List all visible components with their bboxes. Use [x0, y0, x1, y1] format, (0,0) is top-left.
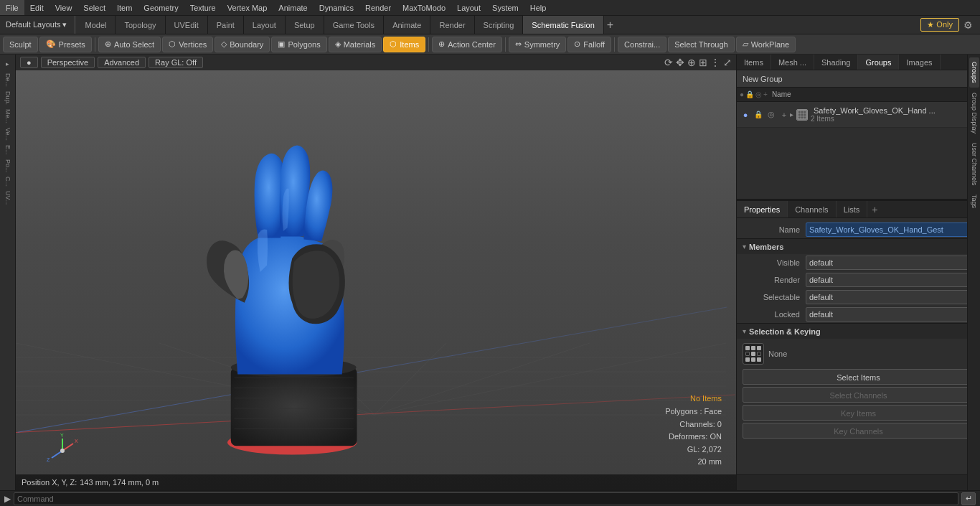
select-items-button[interactable]: Select Items: [743, 369, 974, 385]
left-tool-me[interactable]: Me...: [4, 108, 11, 125]
cmd-enter-button[interactable]: ↵: [961, 492, 976, 505]
vtab-tags[interactable]: Tags: [969, 190, 979, 212]
tab-paint[interactable]: Paint: [208, 16, 244, 34]
tab-animate[interactable]: Animate: [384, 16, 430, 34]
layout-dropdown[interactable]: Default Layouts ▾: [0, 20, 73, 29]
vtab-group-display[interactable]: Group Display: [969, 88, 979, 138]
add-layout-icon[interactable]: +: [604, 19, 616, 32]
vp-raygl-btn[interactable]: Ray GL: Off: [149, 57, 203, 68]
symmetry-btn[interactable]: ⇔ Symmetry: [509, 37, 567, 52]
visible-dropdown[interactable]: default ▾: [806, 256, 974, 270]
tab-uvedit[interactable]: UVEdit: [166, 16, 208, 34]
props-tab-lists[interactable]: Lists: [837, 201, 868, 217]
left-tool-uv[interactable]: UV...: [4, 189, 11, 206]
select-through-btn[interactable]: Select Through: [668, 37, 734, 52]
vp-more-icon[interactable]: ⋮: [710, 57, 720, 68]
workplane-btn[interactable]: ▱ WorkPlane: [736, 37, 796, 52]
constraints-btn[interactable]: Constrai...: [618, 37, 666, 52]
key-channels-button[interactable]: Key Channels: [743, 423, 974, 439]
keying-mode-icon[interactable]: [743, 343, 764, 365]
only-btn[interactable]: ★ Only: [920, 18, 959, 32]
viewport[interactable]: ● Perspective Advanced Ray GL: Off ⟳ ✥ ⊕…: [16, 55, 736, 490]
left-tool-de[interactable]: De...: [4, 72, 11, 88]
vtab-groups[interactable]: Groups: [969, 57, 979, 88]
menu-vertexmap[interactable]: Vertex Map: [222, 0, 273, 15]
render-icon[interactable]: ◎: [765, 109, 777, 121]
tab-schematic[interactable]: Schematic Fusion: [523, 16, 603, 34]
locked-dropdown[interactable]: default ▾: [806, 307, 974, 322]
vp-frame-icon[interactable]: ⊞: [699, 57, 707, 68]
menu-select[interactable]: Select: [77, 0, 111, 15]
vp-zoom-icon[interactable]: ⊕: [687, 57, 696, 68]
vp-rotate-icon[interactable]: ⟳: [664, 57, 673, 68]
vp-advanced-btn[interactable]: Advanced: [98, 57, 146, 68]
menu-edit[interactable]: Edit: [24, 0, 50, 15]
settings-icon[interactable]: ⚙: [961, 19, 976, 31]
tab-scripting[interactable]: Scripting: [475, 16, 524, 34]
props-tab-properties[interactable]: Properties: [737, 201, 788, 217]
action-center-btn[interactable]: ⊕ Action Center: [432, 37, 502, 52]
list-item[interactable]: ● 🔒 ◎ + ▸ Safety_Work_Gloves: [737, 102, 980, 128]
tab-images[interactable]: Images: [899, 55, 940, 70]
menu-item[interactable]: Item: [111, 0, 138, 15]
selection-section[interactable]: ▾ Selection & Keying: [737, 323, 980, 339]
render-dropdown[interactable]: default ▾: [806, 273, 974, 287]
tool-bar: Sculpt 🎨 Presets ⊕ Auto Select ⬡ Vertice…: [0, 34, 980, 55]
sculpt-btn[interactable]: Sculpt: [3, 37, 38, 52]
vp-perspective-btn[interactable]: Perspective: [41, 57, 95, 68]
left-tool-po[interactable]: Po...: [4, 158, 11, 174]
tab-mesh[interactable]: Mesh ...: [771, 55, 814, 70]
menu-layout[interactable]: Layout: [451, 0, 486, 15]
command-input[interactable]: [14, 492, 958, 505]
boundary-btn[interactable]: ◇ Boundary: [215, 37, 270, 52]
tab-shading[interactable]: Shading: [814, 55, 858, 70]
menu-system[interactable]: System: [486, 0, 524, 15]
left-tool-ve[interactable]: Ve...: [4, 126, 11, 142]
menu-animate[interactable]: Animate: [273, 0, 313, 15]
menu-maxtomodo[interactable]: MaxToModo: [397, 0, 451, 15]
vertices-btn[interactable]: ⬡ Vertices: [162, 37, 213, 52]
tab-gametools[interactable]: Game Tools: [324, 16, 385, 34]
tab-groups[interactable]: Groups: [858, 55, 899, 70]
menu-render[interactable]: Render: [359, 0, 397, 15]
auto-select-btn[interactable]: ⊕ Auto Select: [98, 37, 161, 52]
left-tool-e[interactable]: E...: [4, 144, 11, 156]
presets-btn[interactable]: 🎨 Presets: [39, 37, 92, 52]
add-tab-icon[interactable]: +: [867, 204, 882, 215]
no-items-text: No Items: [665, 393, 722, 406]
menu-texture[interactable]: Texture: [184, 0, 222, 15]
members-section[interactable]: ▾ Members: [737, 238, 980, 254]
tab-render[interactable]: Render: [430, 16, 474, 34]
visibility-icon[interactable]: ●: [740, 109, 751, 121]
menu-help[interactable]: Help: [524, 0, 552, 15]
props-tab-channels[interactable]: Channels: [788, 201, 836, 217]
vp-pan-icon[interactable]: ✥: [676, 57, 684, 68]
key-items-button[interactable]: Key Items: [743, 405, 974, 421]
tab-model[interactable]: Model: [77, 16, 116, 34]
menu-geometry[interactable]: Geometry: [138, 0, 184, 15]
new-group-button[interactable]: New Group: [737, 70, 980, 88]
svg-text:Z: Z: [47, 457, 50, 462]
falloff-btn[interactable]: ⊙ Falloff: [567, 37, 611, 52]
tab-items[interactable]: Items: [737, 55, 771, 70]
menu-dynamics[interactable]: Dynamics: [314, 0, 359, 15]
materials-btn[interactable]: ◈ Materials: [329, 37, 382, 52]
select-channels-button[interactable]: Select Channels: [743, 387, 974, 403]
vp-eye-btn[interactable]: ●: [20, 57, 38, 68]
left-tool-dup[interactable]: Dup.: [4, 90, 11, 106]
vtab-user-channels[interactable]: User Channels: [969, 139, 979, 190]
menu-view[interactable]: View: [50, 0, 78, 15]
lock-icon[interactable]: 🔒: [753, 109, 764, 121]
tab-layout[interactable]: Layout: [244, 16, 286, 34]
tab-topology[interactable]: Topology: [116, 16, 165, 34]
name-input[interactable]: [806, 222, 974, 237]
key-icon[interactable]: +: [778, 109, 790, 121]
menu-file[interactable]: File: [0, 0, 24, 15]
polygons-btn[interactable]: ▣ Polygons: [271, 37, 326, 52]
selectable-dropdown[interactable]: default ▾: [806, 290, 974, 304]
vp-expand-icon[interactable]: ⤢: [723, 57, 732, 68]
items-btn[interactable]: ⬡ Items: [383, 37, 425, 52]
left-tool-c[interactable]: C...: [4, 175, 11, 188]
left-toggle[interactable]: ▸: [1, 57, 14, 70]
tab-setup[interactable]: Setup: [286, 16, 324, 34]
